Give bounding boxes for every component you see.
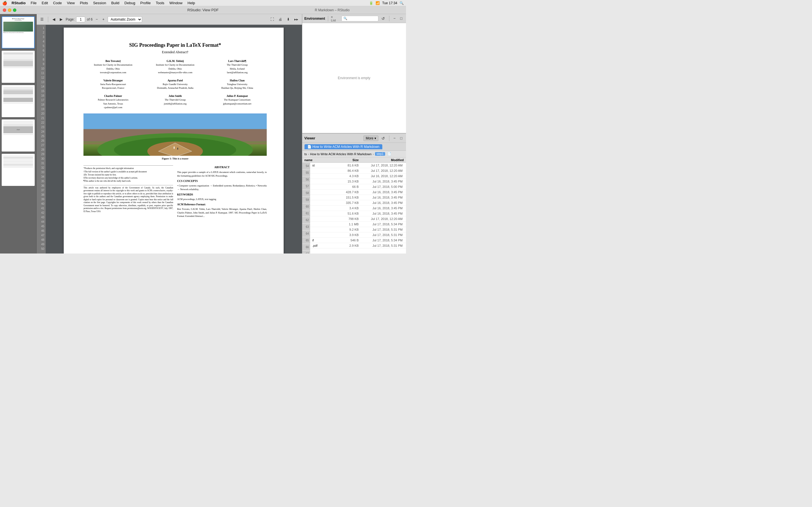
search-menu-icon[interactable]: 🔍 [400, 1, 404, 5]
file-size-14: 3.9 KB [336, 233, 359, 237]
file-row-16[interactable]: .pdf 2.9 KB Jul 17, 2018, 5:31 PM [310, 243, 406, 248]
file-row-15[interactable]: if 546 B Jul 17, 2018, 5:34 PM [310, 238, 406, 243]
env-refresh-button[interactable]: ↺ [380, 15, 386, 22]
footnote-5: ¶This author is the one who did all the … [84, 179, 173, 182]
viewer-refresh-button[interactable]: ↺ [380, 135, 386, 142]
zoom-in-button[interactable]: + [101, 16, 106, 22]
thumbnail-1[interactable]: SIG Proceedings Paper Extended Abstract … [2, 16, 35, 48]
file-size-7: 151.5 KB [336, 196, 359, 199]
pdf-content-wrapper: 1 2 3 4 5 6 7 8 9 10 11 12 13 14 15 16 1 [37, 25, 302, 253]
footnote-3: ‡Dr. Trovato insisted his name be first. [84, 173, 173, 176]
menu-build[interactable]: Build [109, 0, 121, 6]
menu-tools[interactable]: Tools [153, 0, 166, 6]
menu-plots[interactable]: Plots [78, 0, 90, 6]
pdf-scroll[interactable]: SIG Proceedings Paper in LaTeX Format* E… [46, 25, 302, 253]
menu-view[interactable]: View [64, 0, 77, 6]
line-num: 50 [37, 247, 46, 251]
tab-label: How to Write ACM Articles With R Markdow… [312, 145, 379, 149]
env-minimize-button[interactable]: − [392, 15, 397, 21]
file-row-4[interactable]: 15.3 KB Jul 16, 2018, 3:45 PM [310, 179, 406, 184]
footnote-2: †The full version of the author's guide … [84, 170, 173, 173]
thumbnails-panel[interactable]: SIG Proceedings Paper Extended Abstract … [0, 14, 37, 253]
env-toolbar: Environment ≡ List 🔍 ↺ − □ [302, 14, 406, 23]
author-block-1: Ben Trovato‡ Institute for Clarity in Do… [84, 59, 143, 75]
close-button[interactable] [3, 8, 6, 12]
svg-rect-8 [177, 148, 178, 150]
file-row-5[interactable]: 66 B Jul 17, 2018, 5:00 PM [310, 184, 406, 189]
viewer-maximize-button[interactable]: □ [399, 135, 404, 141]
thumbnail-4[interactable]: chart [2, 119, 35, 152]
file-row-11[interactable]: 798 KB Jul 17, 2018, 12:20 AM [310, 216, 406, 222]
fullscreen-button[interactable]: ⛶ [269, 16, 275, 22]
file-row-9[interactable]: 3.4 KB Jul 16, 2018, 3:45 PM [310, 206, 406, 211]
file-row-10[interactable]: 51.6 KB Jul 16, 2018, 3:45 PM [310, 211, 406, 216]
apple-menu[interactable]: 🍎 [2, 1, 7, 5]
breadcrumb-step-tag[interactable]: step1 [375, 152, 385, 156]
file-size-3: 4.3 KB [336, 174, 359, 178]
more-button[interactable]: More ▾ [363, 135, 378, 141]
author-name-9: Julius P. Kumquat [207, 94, 267, 98]
thumbnail-5[interactable] [2, 154, 35, 186]
file-date-11: Jul 17, 2018, 12:20 AM [359, 217, 404, 221]
file-row-2[interactable]: 86.4 KB Jul 17, 2018, 12:20 AM [310, 168, 406, 173]
line-num: 27 [37, 143, 46, 148]
file-row-1[interactable]: st 81.6 KB Jul 17, 2018, 12:20 AM [310, 163, 406, 168]
file-row-3[interactable]: 4.3 KB Jul 16, 2018, 12:20 AM [310, 173, 406, 179]
minimize-button[interactable] [8, 8, 11, 12]
env-search[interactable]: 🔍 [342, 16, 378, 21]
file-date-2: Jul 17, 2018, 12:20 AM [359, 169, 404, 172]
paper-title: SIG Proceedings Paper in LaTeX Format* [84, 42, 267, 49]
author-name-2: G.K.M. Tobin§ [146, 59, 205, 63]
file-date-8: Jul 16, 2018, 3:45 PM [359, 201, 404, 205]
menu-rstudio[interactable]: RStudio [9, 0, 28, 6]
file-row-7[interactable]: 151.5 KB Jul 16, 2018, 3:45 PM [310, 195, 406, 200]
file-row-13[interactable]: 9.2 KB Jul 17, 2018, 5:31 PM [310, 227, 406, 232]
next-page-button[interactable]: ▶ [58, 16, 64, 22]
file-date-1: Jul 17, 2018, 12:20 AM [359, 164, 404, 167]
viewer-minimize-button[interactable]: − [392, 135, 397, 141]
clock: Tue 17:34 [382, 1, 397, 5]
prev-page-button[interactable]: ◀ [51, 16, 57, 22]
file-row-8[interactable]: 335.7 KB Jul 16, 2018, 3:45 PM [310, 200, 406, 206]
print-button[interactable]: 🖨 [277, 16, 284, 22]
menu-debug[interactable]: Debug [122, 0, 137, 6]
menubar: 🍎 RStudio File Edit Code View Plots Sess… [0, 0, 406, 6]
ccs-title: CCS CONCEPTS [177, 179, 267, 183]
page-input[interactable] [76, 17, 85, 22]
menu-help[interactable]: Help [185, 0, 197, 6]
line-num: 37 [37, 188, 46, 193]
menu-code[interactable]: Code [51, 0, 64, 6]
menu-file[interactable]: File [29, 0, 39, 6]
keywords-title: KEYWORDS [177, 193, 267, 196]
line-num: 6 [37, 48, 46, 53]
menu-edit[interactable]: Edit [40, 0, 50, 6]
more-options-button[interactable]: ▸▸ [293, 16, 300, 22]
file-date-12: Jul 17, 2018, 5:34 PM [359, 223, 404, 226]
menu-window[interactable]: Window [167, 0, 185, 6]
zoom-out-button[interactable]: − [94, 16, 99, 22]
viewer-tab-active[interactable]: 📄 How to Write ACM Articles With R Markd… [305, 144, 382, 149]
author-affil-2: Institute for Clarity in Documentation [146, 63, 205, 67]
thumbnail-2[interactable] [2, 51, 35, 83]
main-layout: SIG Proceedings Paper Extended Abstract … [0, 14, 406, 253]
sidebar-toggle-button[interactable]: ☰ [39, 16, 45, 22]
line-num: 38 [37, 193, 46, 197]
breadcrumb-item-1[interactable]: How to Write ACM Articles With R Markdow… [310, 152, 371, 156]
pdf-panel: ☰ ◀ ▶ Page: of 6 − + Automatic Zoom 50% … [37, 14, 302, 253]
menu-profile[interactable]: Profile [138, 0, 153, 6]
breadcrumb-root[interactable]: ts [305, 152, 307, 156]
env-maximize-button[interactable]: □ [399, 15, 404, 21]
file-row-14[interactable]: 3.9 KB Jul 17, 2018, 5:31 PM [310, 232, 406, 238]
files-list[interactable]: 54 55 56 57 58 59 60 61 62 63 64 65 [302, 163, 406, 253]
menu-session[interactable]: Session [91, 0, 108, 6]
file-row-6[interactable]: 428.7 KB Jul 16, 2018, 3:45 PM [310, 189, 406, 195]
authors-grid-2: Valerie Béranger Inria Paris-Rocquencour… [84, 78, 267, 90]
download-button[interactable]: ⬇ [285, 16, 291, 22]
thumbnail-3[interactable] [2, 85, 35, 117]
zoom-select[interactable]: Automatic Zoom 50% 75% 100% 125% 150% 20… [108, 16, 142, 22]
file-size-6: 428.7 KB [336, 190, 359, 194]
file-date-7: Jul 16, 2018, 3:45 PM [359, 196, 404, 199]
file-date-4: Jul 16, 2018, 3:45 PM [359, 180, 404, 183]
file-row-12[interactable]: 1.1 MB Jul 17, 2018, 5:34 PM [310, 222, 406, 227]
maximize-button[interactable] [13, 8, 16, 12]
